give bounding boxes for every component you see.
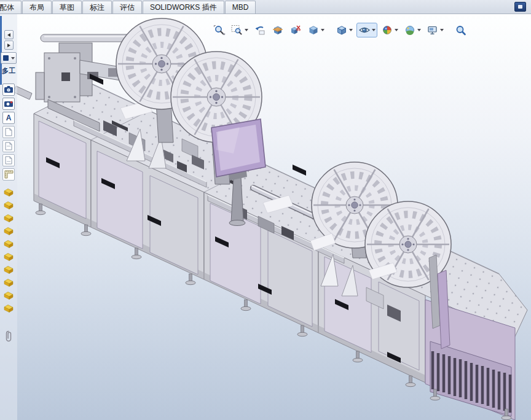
sheet-button-1[interactable] (2, 126, 15, 138)
view-settings-icon (427, 25, 439, 36)
assembly-component-icon[interactable] (2, 185, 15, 198)
machine-3d-model[interactable] (0, 0, 531, 420)
sheet-button-3[interactable] (2, 154, 15, 166)
section-view-button[interactable] (270, 23, 286, 37)
arrow-right-icon (7, 44, 10, 47)
assembly-component-icon[interactable] (2, 250, 15, 263)
display-pane-button[interactable] (1, 52, 17, 64)
annotation-icon: A (6, 114, 12, 122)
commandmanager-tab[interactable]: 布局 (22, 1, 52, 14)
sheet-icon (4, 128, 13, 136)
display-pane-icon (3, 55, 9, 61)
assembly-component-icon[interactable] (2, 224, 15, 237)
sidebar-group-label: 多工 (2, 66, 15, 76)
paperclip-icon[interactable] (4, 329, 14, 344)
dropdown-caret (245, 29, 248, 31)
magnifying-glass-icon (455, 25, 467, 36)
zoom-to-fit-button[interactable] (211, 23, 227, 37)
commandmanager-tabbar: 配体布局草图标注评估SOLIDWORKS 插件MBD (0, 0, 531, 14)
left-toolbar: 多工 A (0, 14, 17, 420)
camera-icon (4, 85, 14, 94)
magnifying-glass-button[interactable] (453, 23, 469, 37)
assembly-component-icon[interactable] (2, 211, 15, 224)
dropdown-caret (395, 29, 398, 31)
view-orientation-icon (307, 25, 320, 36)
dropdown-caret (440, 29, 444, 31)
commandmanager-tab[interactable]: MBD (225, 1, 256, 14)
apply-scene-icon (404, 25, 416, 36)
commandmanager-tab[interactable]: 草图 (52, 1, 82, 14)
expand-arrow-button[interactable] (4, 41, 14, 50)
dynamic-annotation-views-icon (289, 25, 302, 36)
zoom-to-area-icon (231, 25, 243, 36)
window-button[interactable] (514, 2, 526, 12)
section-view-icon (272, 25, 284, 36)
display-style-button[interactable] (334, 23, 355, 37)
commandmanager-tab[interactable]: 标注 (82, 1, 112, 14)
commandmanager-tab[interactable]: 评估 (112, 1, 142, 14)
camera-snapshot-button[interactable] (2, 84, 15, 96)
edit-appearance-icon (381, 25, 393, 36)
view-orientation-button[interactable] (305, 23, 326, 37)
assembly-component-icon[interactable] (2, 237, 15, 250)
dropdown-caret (11, 57, 15, 60)
sheet-button-2[interactable] (2, 140, 15, 152)
assembly-component-icon[interactable] (2, 301, 15, 314)
measure-ruler-button[interactable] (2, 168, 15, 181)
dropdown-caret (321, 29, 324, 31)
previous-view-icon (254, 25, 266, 36)
assembly-component-icon[interactable] (2, 263, 15, 276)
view-settings-button[interactable] (425, 23, 446, 37)
heads-up-toolbar (211, 22, 471, 38)
assembly-component-icon[interactable] (2, 198, 15, 211)
apply-scene-button[interactable] (402, 23, 423, 37)
sheet-icon (4, 156, 13, 165)
assembly-component-icon[interactable] (2, 289, 15, 301)
zoom-to-area-button[interactable] (229, 23, 250, 37)
hide-show-items-button[interactable] (356, 23, 377, 37)
dropdown-caret (349, 29, 353, 31)
camera-record-button[interactable] (2, 98, 15, 110)
sheet-icon (4, 142, 13, 150)
edit-appearance-button[interactable] (379, 23, 400, 37)
dropdown-caret (417, 29, 421, 31)
dropdown-caret (372, 29, 376, 31)
commandmanager-tab[interactable]: 配体 (0, 1, 22, 14)
collapse-arrow-button[interactable] (4, 30, 14, 39)
previous-view-button[interactable] (252, 23, 268, 37)
arrow-left-icon (7, 33, 10, 37)
eye-icon (358, 25, 371, 36)
display-style-icon (336, 25, 348, 36)
record-camera-icon (4, 99, 14, 108)
annotation-button[interactable]: A (2, 112, 15, 124)
zoom-to-fit-icon (213, 25, 226, 36)
ruler-icon (4, 169, 14, 179)
dynamic-annotation-views-button[interactable] (288, 23, 304, 37)
assembly-component-icon[interactable] (2, 276, 15, 289)
commandmanager-tab[interactable]: SOLIDWORKS 插件 (143, 1, 224, 14)
solidworks-window: { "command_manager": { "tabs": ["配体", "布… (0, 0, 531, 420)
window-button-glyph (518, 5, 522, 9)
